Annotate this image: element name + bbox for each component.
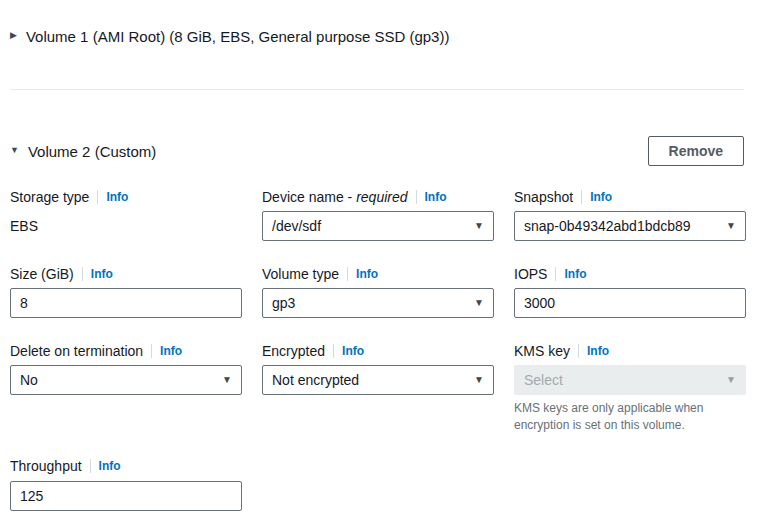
volume-type-select[interactable]: gp3 ▼ bbox=[262, 288, 494, 318]
kms-key-label-row: KMS key Info bbox=[514, 342, 746, 359]
storage-type-field: Storage type Info EBS bbox=[10, 188, 242, 234]
delete-on-termination-selected-value: No bbox=[20, 372, 38, 388]
volume2-header[interactable]: ▼ Volume 2 (Custom) bbox=[10, 143, 156, 160]
snapshot-selected-value: snap-0b49342abd1bdcb89 bbox=[524, 218, 691, 234]
label-separator bbox=[416, 190, 417, 204]
label-separator bbox=[82, 267, 83, 281]
throughput-field: Throughput Info bbox=[10, 458, 242, 511]
encrypted-field: Encrypted Info Not encrypted ▼ bbox=[262, 342, 494, 395]
throughput-label: Throughput bbox=[10, 458, 82, 474]
storage-type-label: Storage type bbox=[10, 189, 89, 205]
volume-type-label: Volume type bbox=[262, 266, 339, 282]
chevron-down-icon: ▼ bbox=[474, 298, 484, 308]
kms-key-select: Select ▼ bbox=[514, 365, 746, 395]
section-divider bbox=[10, 89, 744, 90]
throughput-input[interactable] bbox=[10, 481, 242, 511]
delete-on-termination-select[interactable]: No ▼ bbox=[10, 365, 242, 395]
iops-field: IOPS Info bbox=[514, 265, 746, 318]
volume-type-info-link[interactable]: Info bbox=[356, 267, 378, 281]
volume-type-selected-value: gp3 bbox=[272, 295, 295, 311]
label-separator bbox=[578, 344, 579, 358]
delete-on-termination-label: Delete on termination bbox=[10, 343, 143, 359]
iops-info-link[interactable]: Info bbox=[564, 267, 586, 281]
throughput-info-link[interactable]: Info bbox=[99, 459, 121, 473]
size-label-row: Size (GiB) Info bbox=[10, 265, 242, 282]
size-field: Size (GiB) Info bbox=[10, 265, 242, 318]
device-name-field: Device name - required Info /dev/sdf ▼ bbox=[262, 188, 494, 241]
kms-key-placeholder: Select bbox=[524, 372, 563, 388]
encrypted-selected-value: Not encrypted bbox=[272, 372, 359, 388]
iops-label: IOPS bbox=[514, 266, 547, 282]
kms-key-field: KMS key Info Select ▼ KMS keys are only … bbox=[514, 342, 746, 434]
caret-down-icon: ▼ bbox=[10, 146, 19, 155]
kms-key-helper-text: KMS keys are only applicable when encryp… bbox=[514, 400, 746, 434]
volume1-header[interactable]: ▶ Volume 1 (AMI Root) (8 GiB, EBS, Gener… bbox=[10, 0, 744, 45]
chevron-down-icon: ▼ bbox=[474, 375, 484, 385]
volume1-title: Volume 1 (AMI Root) (8 GiB, EBS, General… bbox=[26, 28, 450, 45]
size-info-link[interactable]: Info bbox=[91, 267, 113, 281]
caret-right-icon: ▶ bbox=[10, 31, 17, 40]
required-marker: required bbox=[356, 189, 407, 205]
delete-on-termination-label-row: Delete on termination Info bbox=[10, 342, 242, 359]
label-separator bbox=[347, 267, 348, 281]
label-separator bbox=[581, 190, 582, 204]
size-label: Size (GiB) bbox=[10, 266, 74, 282]
device-name-info-link[interactable]: Info bbox=[425, 190, 447, 204]
chevron-down-icon: ▼ bbox=[222, 375, 232, 385]
remove-volume-button[interactable]: Remove bbox=[648, 136, 744, 166]
device-name-selected-value: /dev/sdf bbox=[272, 218, 321, 234]
device-name-label-row: Device name - required Info bbox=[262, 188, 494, 205]
encrypted-label-row: Encrypted Info bbox=[262, 342, 494, 359]
encrypted-select[interactable]: Not encrypted ▼ bbox=[262, 365, 494, 395]
snapshot-info-link[interactable]: Info bbox=[590, 190, 612, 204]
encrypted-label: Encrypted bbox=[262, 343, 325, 359]
kms-key-info-link[interactable]: Info bbox=[587, 344, 609, 358]
throughput-label-row: Throughput Info bbox=[10, 458, 242, 475]
storage-type-info-link[interactable]: Info bbox=[106, 190, 128, 204]
label-separator bbox=[90, 459, 91, 473]
volume-type-field: Volume type Info gp3 ▼ bbox=[262, 265, 494, 318]
delete-on-termination-field: Delete on termination Info No ▼ bbox=[10, 342, 242, 395]
volume2-header-row: ▼ Volume 2 (Custom) Remove bbox=[10, 136, 744, 166]
iops-input[interactable] bbox=[514, 288, 746, 318]
snapshot-field: Snapshot Info snap-0b49342abd1bdcb89 ▼ bbox=[514, 188, 746, 241]
device-name-label: Device name - required bbox=[262, 189, 408, 205]
configure-storage-panel: ▶ Volume 1 (AMI Root) (8 GiB, EBS, Gener… bbox=[0, 0, 764, 511]
snapshot-select[interactable]: snap-0b49342abd1bdcb89 ▼ bbox=[514, 211, 746, 241]
kms-key-label: KMS key bbox=[514, 343, 570, 359]
size-input[interactable] bbox=[10, 288, 242, 318]
chevron-down-icon: ▼ bbox=[474, 221, 484, 231]
label-separator bbox=[151, 344, 152, 358]
device-name-select[interactable]: /dev/sdf ▼ bbox=[262, 211, 494, 241]
snapshot-label: Snapshot bbox=[514, 189, 573, 205]
label-separator bbox=[333, 344, 334, 358]
volume-type-label-row: Volume type Info bbox=[262, 265, 494, 282]
label-separator bbox=[97, 190, 98, 204]
storage-type-label-row: Storage type Info bbox=[10, 188, 242, 205]
snapshot-label-row: Snapshot Info bbox=[514, 188, 746, 205]
chevron-down-icon: ▼ bbox=[726, 375, 736, 385]
encrypted-info-link[interactable]: Info bbox=[342, 344, 364, 358]
chevron-down-icon: ▼ bbox=[726, 221, 736, 231]
storage-type-value: EBS bbox=[10, 211, 242, 234]
delete-on-termination-info-link[interactable]: Info bbox=[160, 344, 182, 358]
volume2-title: Volume 2 (Custom) bbox=[28, 143, 156, 160]
label-separator bbox=[555, 267, 556, 281]
iops-label-row: IOPS Info bbox=[514, 265, 746, 282]
volume2-form-grid: Storage type Info EBS Device name - requ… bbox=[10, 188, 744, 511]
